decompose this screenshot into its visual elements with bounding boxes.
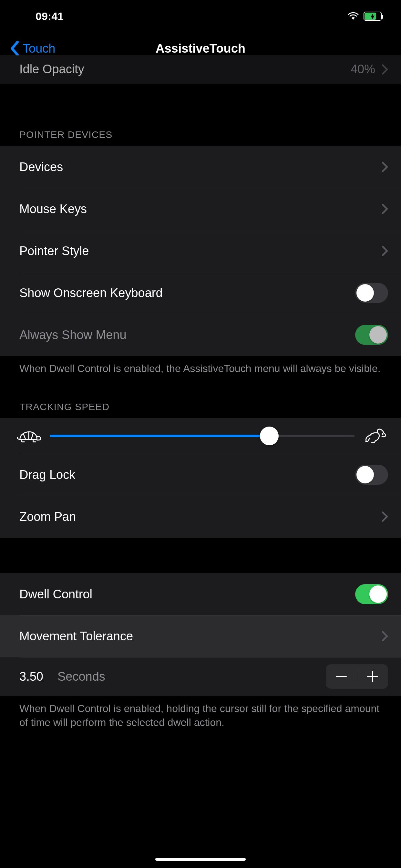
wifi-icon <box>347 10 359 23</box>
row-mouse-keys[interactable]: Mouse Keys <box>0 188 401 230</box>
toggle-always-show-menu[interactable] <box>355 325 388 345</box>
row-dwell-time: 3.50 Seconds <box>0 657 401 696</box>
chevron-right-icon <box>382 64 388 75</box>
slider-thumb[interactable] <box>260 427 279 445</box>
movement-tolerance-label: Movement Tolerance <box>19 629 382 643</box>
home-indicator[interactable] <box>155 858 246 861</box>
section-header-tracking-speed: TRACKING SPEED <box>0 395 401 418</box>
row-devices[interactable]: Devices <box>0 146 401 188</box>
devices-label: Devices <box>19 160 382 174</box>
row-drag-lock: Drag Lock <box>0 454 401 496</box>
toggle-show-onscreen-keyboard[interactable] <box>355 283 388 303</box>
group-tracking-speed: Drag Lock Zoom Pan <box>0 418 401 538</box>
chevron-right-icon <box>382 204 388 214</box>
status-bar: 09:41 <box>0 0 401 32</box>
back-label: Touch <box>23 42 55 56</box>
row-idle-opacity[interactable]: Idle Opacity 40% <box>0 55 401 84</box>
group-dwell: Dwell Control Movement Tolerance 3.50 Se… <box>0 573 401 696</box>
show-onscreen-keyboard-label: Show Onscreen Keyboard <box>19 286 355 300</box>
content-scroll[interactable]: Idle Opacity 40% POINTER DEVICES Devices… <box>0 65 401 868</box>
back-button[interactable]: Touch <box>10 41 55 56</box>
svg-point-0 <box>382 434 383 434</box>
toggle-dwell-control[interactable] <box>355 584 388 604</box>
section-footer-dwell: When Dwell Control is enabled, holding t… <box>0 696 401 730</box>
status-time: 09:41 <box>35 10 64 23</box>
stepper-plus-button[interactable] <box>357 664 388 689</box>
row-dwell-control: Dwell Control <box>0 573 401 615</box>
row-tracking-speed-slider <box>0 418 401 454</box>
chevron-right-icon <box>382 511 388 522</box>
dwell-time-value: 3.50 <box>19 670 43 684</box>
hare-icon <box>362 429 388 443</box>
zoom-pan-label: Zoom Pan <box>19 510 382 524</box>
section-footer-pointer-devices: When Dwell Control is enabled, the Assis… <box>0 356 401 376</box>
pointer-style-label: Pointer Style <box>19 244 382 258</box>
toggle-drag-lock[interactable] <box>355 465 388 485</box>
row-zoom-pan[interactable]: Zoom Pan <box>0 496 401 538</box>
page-title: AssistiveTouch <box>156 42 245 56</box>
row-always-show-menu: Always Show Menu <box>0 314 401 356</box>
chevron-right-icon <box>382 245 388 256</box>
dwell-time-unit: Seconds <box>58 670 105 684</box>
mouse-keys-label: Mouse Keys <box>19 202 382 216</box>
group-pointer-devices: Devices Mouse Keys Pointer Style Show On… <box>0 146 401 356</box>
row-movement-tolerance[interactable]: Movement Tolerance <box>0 615 401 657</box>
stepper-dwell-time <box>326 664 388 689</box>
row-pointer-style[interactable]: Pointer Style <box>0 230 401 272</box>
row-show-onscreen-keyboard: Show Onscreen Keyboard <box>0 272 401 314</box>
minus-icon <box>336 676 347 677</box>
svg-rect-3 <box>367 676 378 677</box>
tortoise-icon <box>16 429 42 443</box>
stepper-minus-button[interactable] <box>326 664 357 689</box>
dwell-control-label: Dwell Control <box>19 587 355 601</box>
idle-opacity-label: Idle Opacity <box>19 62 351 76</box>
chevron-left-icon <box>10 41 19 56</box>
always-show-menu-label: Always Show Menu <box>19 328 355 342</box>
svg-rect-1 <box>336 676 347 677</box>
idle-opacity-value: 40% <box>351 62 375 76</box>
status-icons <box>347 10 382 23</box>
battery-icon <box>364 11 382 21</box>
drag-lock-label: Drag Lock <box>19 468 355 482</box>
chevron-right-icon <box>382 631 388 642</box>
plus-icon <box>367 671 378 682</box>
slider-tracking-speed[interactable] <box>50 435 354 437</box>
chevron-right-icon <box>382 161 388 173</box>
section-header-pointer-devices: POINTER DEVICES <box>0 123 401 146</box>
